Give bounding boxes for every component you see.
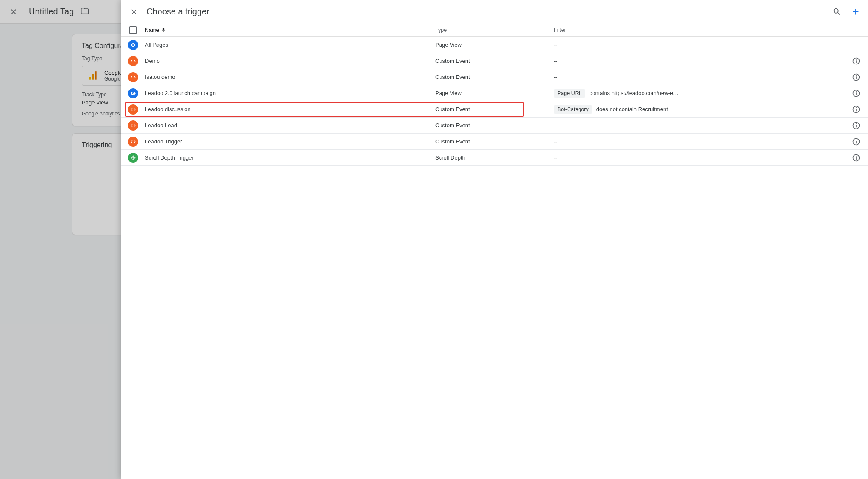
trigger-type: Custom Event [435, 74, 554, 80]
trigger-name: Leadoo discussion [145, 106, 435, 112]
trigger-list: All PagesPage View--DemoCustom Event--Is… [121, 37, 868, 479]
filter-text: -- [554, 154, 558, 161]
filter-chip: Page URL [554, 89, 585, 98]
eye-icon [128, 88, 138, 98]
info-icon[interactable] [852, 105, 860, 114]
trigger-table-header: Name Type Filter [121, 24, 868, 37]
column-type[interactable]: Type [435, 27, 554, 33]
filter-text: -- [554, 138, 558, 145]
filter-text: contains https://leadoo.com/new-e… [590, 90, 679, 96]
trigger-name: Leadoo 2.0 launch campaign [145, 90, 435, 96]
column-filter[interactable]: Filter [554, 27, 844, 33]
svg-rect-2 [95, 71, 96, 80]
trigger-row[interactable]: Isatou demoCustom Event-- [121, 69, 868, 85]
trigger-filter: Bot-Categorydoes not contain Recruitment [554, 105, 844, 114]
trigger-type: Scroll Depth [435, 154, 554, 161]
trigger-filter: -- [554, 154, 844, 161]
filter-text: -- [554, 58, 558, 64]
info-icon[interactable] [852, 154, 860, 162]
filter-text: does not contain Recruitment [596, 106, 668, 112]
filter-text: -- [554, 74, 558, 80]
trigger-filter: -- [554, 122, 844, 129]
filter-text: -- [554, 122, 558, 129]
filter-chip: Bot-Category [554, 105, 592, 114]
trigger-name: Demo [145, 58, 435, 64]
column-name[interactable]: Name [145, 27, 435, 33]
tag-type-name: Google [104, 70, 122, 76]
filter-text: -- [554, 42, 558, 48]
trigger-type: Custom Event [435, 106, 554, 112]
code-icon [128, 56, 138, 66]
select-all-checkbox[interactable] [129, 26, 137, 34]
trigger-row[interactable]: Leadoo TriggerCustom Event-- [121, 134, 868, 150]
trigger-type: Custom Event [435, 58, 554, 64]
tag-type-sub: Google [104, 76, 122, 82]
trigger-row[interactable]: Leadoo discussionCustom EventBot-Categor… [121, 101, 868, 118]
code-icon [128, 72, 138, 82]
trigger-name: Scroll Depth Trigger [145, 154, 435, 161]
trigger-filter: -- [554, 58, 844, 64]
trigger-name: All Pages [145, 42, 435, 48]
trigger-type: Custom Event [435, 122, 554, 129]
trigger-row[interactable]: DemoCustom Event-- [121, 53, 868, 69]
trigger-row[interactable]: Scroll Depth TriggerScroll Depth-- [121, 150, 868, 166]
trigger-filter: -- [554, 42, 844, 48]
trigger-name: Isatou demo [145, 74, 435, 80]
trigger-filter: -- [554, 74, 844, 80]
trigger-name: Leadoo Lead [145, 122, 435, 129]
add-trigger-button[interactable] [851, 7, 860, 17]
svg-rect-1 [92, 74, 94, 79]
analytics-icon [87, 70, 98, 81]
code-icon [128, 104, 138, 115]
scroll-icon [128, 153, 138, 163]
panel-topbar: Choose a trigger [121, 0, 868, 24]
info-icon[interactable] [852, 137, 860, 146]
info-icon[interactable] [852, 73, 860, 81]
trigger-row[interactable]: Leadoo LeadCustom Event-- [121, 118, 868, 134]
panel-close-button[interactable] [129, 7, 139, 17]
trigger-row[interactable]: Leadoo 2.0 launch campaignPage ViewPage … [121, 85, 868, 101]
trigger-type: Page View [435, 42, 554, 48]
info-icon[interactable] [852, 89, 860, 98]
tag-editor-close-button[interactable] [8, 7, 19, 17]
trigger-type: Custom Event [435, 138, 554, 145]
search-button[interactable] [832, 7, 842, 17]
svg-rect-0 [89, 77, 91, 80]
trigger-filter: Page URLcontains https://leadoo.com/new-… [554, 89, 844, 98]
trigger-type: Page View [435, 90, 554, 96]
tag-title[interactable]: Untitled Tag [29, 7, 74, 17]
choose-trigger-panel: Choose a trigger Name Type Filter All Pa… [121, 0, 868, 479]
info-icon[interactable] [852, 57, 860, 65]
code-icon [128, 120, 138, 131]
trigger-name: Leadoo Trigger [145, 138, 435, 145]
info-icon[interactable] [852, 121, 860, 130]
code-icon [128, 137, 138, 147]
trigger-filter: -- [554, 138, 844, 145]
folder-icon[interactable] [81, 7, 89, 17]
eye-icon [128, 40, 138, 50]
panel-title: Choose a trigger [147, 7, 832, 17]
trigger-row[interactable]: All PagesPage View-- [121, 37, 868, 53]
sort-asc-icon [161, 27, 167, 33]
